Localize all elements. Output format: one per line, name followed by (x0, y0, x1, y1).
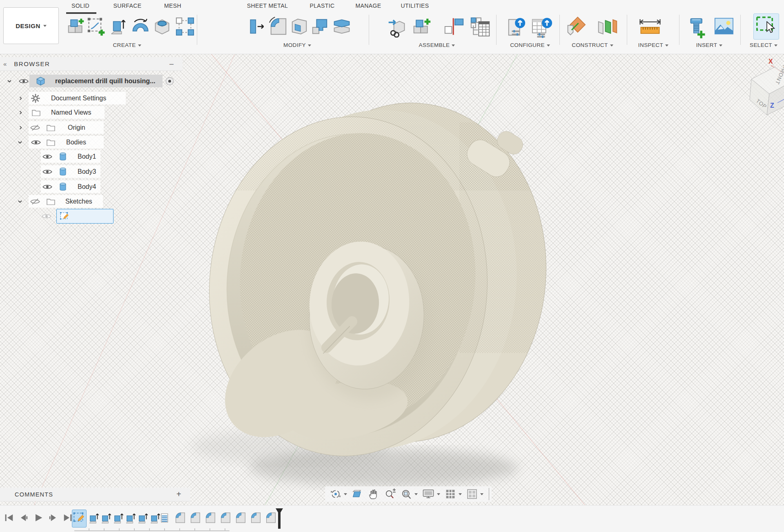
zoom-window-button[interactable] (400, 488, 418, 500)
configuration-button[interactable] (506, 16, 527, 38)
chevron-right-icon[interactable] (18, 110, 23, 115)
split-body-button[interactable] (332, 16, 352, 37)
timeline-feature-fillet[interactable] (250, 510, 262, 528)
tree-item-label[interactable]: Body4 (78, 183, 96, 191)
timeline-feature-fillet[interactable] (189, 510, 201, 528)
browser-row-bodies[interactable]: Bodies (0, 136, 183, 149)
tree-item-label[interactable]: Bodies (66, 139, 86, 146)
tree-item-label[interactable]: Body1 (78, 153, 96, 160)
visibility-eye-icon[interactable] (42, 153, 52, 160)
viewports-button[interactable] (466, 488, 483, 500)
shell-button[interactable] (290, 16, 309, 37)
timeline-feature-extrude[interactable] (89, 510, 100, 528)
browser-collapse-button[interactable]: « (3, 60, 7, 67)
revolve-button[interactable] (130, 16, 151, 37)
tree-item-label[interactable]: Body3 (78, 168, 96, 175)
display-settings-button[interactable] (422, 488, 440, 500)
zoom-button[interactable] (384, 488, 396, 500)
timeline-feature-fillet[interactable] (220, 510, 232, 528)
insert-derive-button[interactable] (387, 16, 407, 38)
tab-plastic[interactable]: PLASTIC (296, 2, 349, 9)
timeline-feature-thread[interactable] (159, 510, 170, 528)
measure-button[interactable] (637, 16, 663, 37)
workspace-switcher[interactable]: DESIGN (3, 7, 59, 44)
offset-plane-button[interactable] (596, 16, 619, 38)
create-sketch-button[interactable] (87, 16, 106, 37)
assemble-group-dropdown[interactable]: ASSEMBLE (408, 42, 466, 48)
visibility-eye-icon[interactable] (42, 168, 52, 175)
browser-row-sketch1[interactable]: Sketch1 (0, 210, 183, 222)
visibility-eye-icon[interactable] (31, 139, 41, 145)
viewcube[interactable]: FRONT TOP X Z Y (746, 55, 784, 125)
inspect-group-dropdown[interactable]: INSPECT (625, 42, 682, 48)
extrude-button[interactable] (109, 16, 127, 37)
browser-row-body4[interactable]: Body4 (0, 180, 183, 193)
pan-button[interactable] (368, 488, 380, 500)
timeline-track[interactable] (74, 528, 229, 531)
timeline-feature-extrude[interactable] (125, 510, 136, 528)
chevron-right-icon[interactable] (18, 125, 23, 130)
browser-minimize-button[interactable]: – (169, 60, 174, 68)
orbit-button[interactable] (330, 488, 347, 500)
tree-item-label[interactable]: Origin (68, 124, 85, 131)
combine-button[interactable] (310, 16, 329, 37)
fillet-button[interactable] (268, 16, 288, 37)
tab-mesh[interactable]: MESH (146, 2, 199, 9)
tab-solid[interactable]: SOLID (54, 2, 107, 9)
timeline-feature-fillet[interactable] (205, 510, 216, 528)
visibility-eye-icon[interactable] (42, 184, 52, 190)
visibility-off-eye-icon[interactable] (30, 124, 40, 131)
grid-settings-button[interactable] (444, 488, 462, 500)
create-group-dropdown[interactable]: CREATE (98, 42, 156, 48)
timeline-feature-extrude[interactable] (113, 510, 124, 528)
browser-row-body3[interactable]: Body3 (0, 165, 183, 178)
tab-sheet-metal[interactable]: SHEET METAL (241, 2, 294, 9)
configuration-table-button[interactable] (531, 16, 553, 38)
look-at-button[interactable] (351, 488, 363, 500)
browser-row-origin[interactable]: Origin (0, 121, 183, 134)
timeline-step-forward-button[interactable] (47, 512, 59, 523)
component-name-label[interactable]: replacement drill quill housing... (55, 78, 155, 85)
timeline-feature-extrude[interactable] (138, 510, 149, 528)
bom-table-button[interactable] (470, 16, 491, 38)
tree-item-label[interactable]: Sketches (65, 198, 92, 205)
browser-row-body1[interactable]: Body1 (0, 150, 183, 163)
browser-row-sketches[interactable]: Sketches (0, 195, 183, 208)
timeline-feature-fillet[interactable] (174, 510, 186, 528)
tab-manage[interactable]: MANAGE (342, 2, 395, 9)
chevron-right-icon[interactable] (18, 95, 23, 101)
construct-group-dropdown[interactable]: CONSTRUCT (564, 42, 621, 48)
body-housing[interactable] (198, 93, 559, 465)
timeline-playhead-marker[interactable] (275, 508, 283, 531)
visibility-eye-icon[interactable] (19, 78, 29, 84)
joint-button[interactable] (443, 16, 465, 37)
add-comment-button[interactable]: + (176, 490, 181, 499)
new-component-button[interactable] (67, 16, 85, 37)
chevron-down-icon[interactable] (7, 78, 12, 84)
canvas-button[interactable] (714, 16, 734, 36)
timeline-feature-extrude[interactable] (101, 510, 112, 528)
insert-fastener-button[interactable] (688, 16, 707, 38)
browser-row-document-settings[interactable]: Document Settings (0, 92, 183, 104)
rectangular-pattern-button[interactable] (175, 16, 195, 37)
chevron-down-icon[interactable] (17, 140, 23, 145)
timeline-step-back-button[interactable] (18, 512, 29, 523)
activate-component-radio[interactable] (165, 77, 174, 85)
hole-button[interactable] (153, 16, 171, 37)
insert-group-dropdown[interactable]: INSERT (681, 42, 738, 48)
timeline-feature-fillet[interactable] (235, 510, 247, 528)
modify-group-dropdown[interactable]: MODIFY (269, 42, 326, 48)
chevron-down-icon[interactable] (17, 199, 23, 204)
timeline-feature-sketch1[interactable] (72, 510, 87, 528)
select-group-dropdown[interactable]: SELECT (735, 42, 784, 48)
configure-group-dropdown[interactable]: CONFIGURE (501, 42, 559, 48)
assemble-new-component-button[interactable] (412, 16, 431, 38)
comments-panel[interactable]: COMMENTS + (0, 488, 190, 501)
timeline-go-to-start-button[interactable] (3, 512, 15, 523)
visibility-off-eye-icon[interactable] (30, 198, 40, 205)
tree-item-label[interactable]: Document Settings (51, 95, 106, 102)
tab-utilities[interactable]: UTILITIES (388, 2, 441, 9)
press-pull-button[interactable] (247, 16, 265, 37)
select-window-button[interactable] (753, 13, 779, 40)
browser-row-root-component[interactable]: replacement drill quill housing... (0, 75, 183, 87)
